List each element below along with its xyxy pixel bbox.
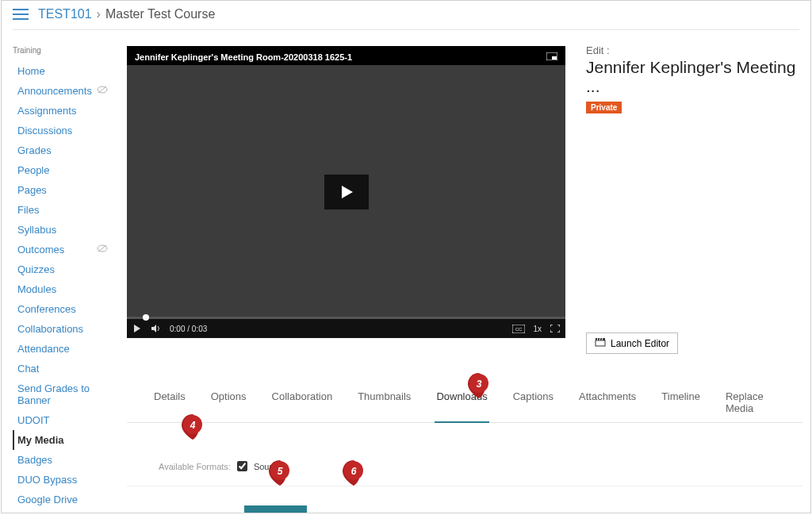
sidebar-item-label: Quizzes [14,263,55,275]
sidebar-item-grades[interactable]: Grades [13,140,119,160]
breadcrumb: TEST101 › Master Test Course [29,7,215,21]
sidebar-item-badges[interactable]: Badges [13,450,119,470]
sidebar-item-my-media[interactable]: My Media [13,430,119,450]
sidebar-item-announcements[interactable]: Announcements [13,81,119,101]
cc-icon[interactable]: CC [512,323,525,334]
hidden-eye-icon [97,85,108,97]
tab-replace-media[interactable]: Replace Media [726,384,782,422]
play-button[interactable] [324,175,369,209]
launch-editor-button[interactable]: Launch Editor [586,332,678,354]
scrub-bar[interactable] [127,317,565,319]
playback-rate[interactable]: 1x [533,325,542,333]
scrub-handle[interactable] [143,314,149,321]
svg-text:CC: CC [515,327,523,332]
sidebar-item-label: Discussions [14,125,72,136]
player-title-text: Jennifer Keplinger's Meeting Room-202003… [135,52,352,62]
sidebar-item-discussions[interactable]: Discussions [13,121,119,140]
sidebar-item-label: UDOIT [14,414,49,426]
sidebar-item-assignments[interactable]: Assignments [13,101,119,121]
sidebar-heading: Training [13,46,119,55]
sidebar: Training HomeAnnouncementsAssignmentsDis… [2,41,119,513]
sidebar-item-label: Grades [14,144,52,156]
sidebar-item-label: Badges [14,454,52,466]
sidebar-item-files[interactable]: Files [13,200,119,220]
sidebar-item-label: My Media [14,434,64,446]
svg-marker-11 [151,325,156,332]
breadcrumb-separator: › [97,7,101,21]
sidebar-item-label: Chat [14,363,39,375]
sidebar-item-home[interactable]: Home [13,61,119,81]
sidebar-item-label: Google Drive [14,494,78,505]
sidebar-item-chat[interactable]: Chat [13,359,119,379]
player-time: 0:00 / 0:03 [170,325,207,333]
tab-captions[interactable]: Captions [513,384,553,422]
breadcrumb-course-name[interactable]: Master Test Course [105,7,215,21]
sidebar-item-label: Announcements [14,85,92,97]
sidebar-item-outcomes[interactable]: Outcomes [13,240,119,259]
tabs: DetailsOptionsCollaborationThumbnailsDow… [127,384,802,423]
launch-editor-label: Launch Editor [611,338,669,349]
main: Training HomeAnnouncementsAssignmentsDis… [2,30,810,513]
sidebar-item-label: Conferences [14,303,76,315]
tab-details[interactable]: Details [154,384,186,422]
tab-thumbnails[interactable]: Thumbnails [358,384,411,422]
tab-collaboration[interactable]: Collaboration [272,384,333,422]
play-small-icon[interactable] [132,323,143,334]
sidebar-item-attendance[interactable]: Attendance [13,339,119,359]
sidebar-item-collaborations[interactable]: Collaborations [13,319,119,339]
sidebar-item-udoit[interactable]: UDOIT [13,410,119,430]
sidebar-item-label: Home [14,65,45,77]
content: Jennifer Keplinger's Meeting Room-202003… [119,41,810,513]
sidebar-item-label: Assignments [14,105,76,117]
clapperboard-icon [595,337,606,349]
sidebar-item-duo-bypass[interactable]: DUO Bypass [13,470,119,490]
svg-rect-14 [596,340,605,346]
sidebar-item-label: Collaborations [14,323,83,335]
sidebar-item-label: Attendance [14,343,70,355]
available-formats-row: Available Formats: Source [127,461,802,486]
sidebar-item-quizzes[interactable]: Quizzes [13,259,119,279]
video-player[interactable]: Jennifer Keplinger's Meeting Room-202003… [127,46,565,338]
format-source-checkbox[interactable] [237,461,247,471]
sidebar-item-modules[interactable]: Modules [13,279,119,299]
sidebar-item-label: Modules [14,283,56,295]
sidebar-item-people[interactable]: People [13,160,119,180]
tab-attachments[interactable]: Attachments [579,384,636,422]
hidden-eye-icon [97,244,108,256]
breadcrumb-course-code[interactable]: TEST101 [38,7,92,21]
sidebar-item-syllabus[interactable]: Syllabus [13,220,119,240]
media-title: Jennifer Keplinger's Meeting ... [586,58,802,96]
sidebar-item-conferences[interactable]: Conferences [13,299,119,319]
sidebar-item-google-drive[interactable]: Google Drive [13,490,119,509]
app-frame: TEST101 › Master Test Course Training Ho… [1,0,811,513]
fullscreen-icon[interactable] [550,323,561,334]
sidebar-item-label: Pages [14,184,47,196]
save-button[interactable]: Save [244,505,307,513]
go-to-media-link[interactable]: Go To Media [331,511,385,513]
privacy-badge: Private [586,102,622,113]
sidebar-item-label: People [14,164,49,176]
tab-options[interactable]: Options [211,384,247,422]
sidebar-item-label: Syllabus [14,224,56,236]
sidebar-item-label: Outcomes [14,244,64,256]
annotation-pin-6: 6 [343,460,365,486]
edit-panel: Edit : Jennifer Keplinger's Meeting ... … [586,41,802,354]
tab-timeline[interactable]: Timeline [661,384,700,422]
annotation-pin-5: 5 [269,460,291,486]
picture-in-picture-icon[interactable] [546,52,557,62]
sidebar-item-label: Files [14,204,39,216]
hamburger-icon[interactable] [13,8,29,21]
svg-marker-10 [134,325,140,332]
edit-label: Edit : [586,44,802,56]
sidebar-item-label: DUO Bypass [14,474,77,486]
sidebar-item-label: Send Grades to Banner [14,382,116,406]
annotation-pin-3: 3 [468,373,490,398]
available-formats-label: Available Formats: [159,462,231,471]
player-canvas [127,65,565,319]
volume-icon[interactable] [151,323,162,334]
sidebar-item-send-grades-to-banner[interactable]: Send Grades to Banner [13,379,119,410]
player-controls: 0:00 / 0:03 CC 1x [127,319,565,338]
svg-rect-8 [552,56,557,60]
svg-marker-9 [342,186,353,198]
sidebar-item-pages[interactable]: Pages [13,180,119,200]
